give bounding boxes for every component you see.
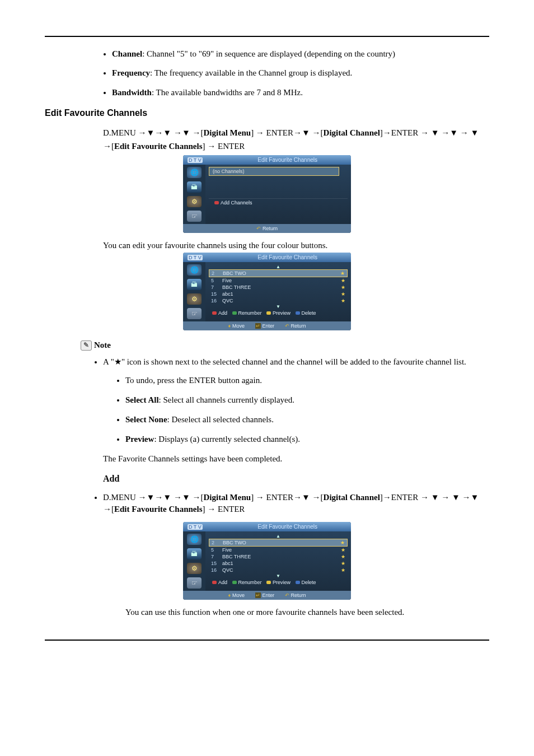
- star-icon: ★: [341, 547, 345, 553]
- globe-icon: 🌐: [187, 534, 202, 545]
- osd-no-channels: (no Channels): [209, 167, 339, 176]
- note-item: A "★" icon is shown next to the selected…: [103, 356, 489, 465]
- bandwidth-text: : The available bandwidths are 7 and 8 M…: [152, 88, 303, 97]
- green-dot-icon: [232, 311, 237, 315]
- star-icon: ★: [340, 270, 345, 276]
- star-icon: ★: [341, 567, 345, 573]
- picture-icon: 🏔: [187, 548, 202, 559]
- blue-dot-icon: [296, 311, 300, 315]
- intro-list: Channel: Channel "5" to "69" in sequence…: [112, 48, 489, 98]
- up-arrow-icon: ▲: [209, 264, 348, 269]
- note-icon: ✎: [81, 340, 92, 351]
- osd-return: Return: [285, 323, 306, 329]
- green-dot-icon: [232, 581, 237, 584]
- frequency-text: : The frequency available in the Channel…: [150, 68, 352, 77]
- osd-title-text: Edit Favourite Channels: [257, 524, 317, 530]
- bandwidth-label: Bandwidth: [112, 88, 152, 97]
- channel-row: 7BBC THREE★: [209, 284, 348, 291]
- star-icon: ★: [341, 284, 345, 290]
- intro-frequency: Frequency: The frequency available in th…: [112, 67, 489, 78]
- channel-row: 15abc1★: [209, 291, 348, 297]
- up-arrow-icon: ▲: [209, 534, 348, 539]
- channel-row: 2BBC TWO★: [209, 269, 348, 277]
- osd-dtv-badge: D T V: [188, 255, 203, 260]
- yellow-dot-icon: [266, 311, 271, 315]
- note-sub-item: Select None: Deselect all selected chann…: [125, 414, 489, 426]
- star-icon: ★: [341, 278, 345, 283]
- channel-row: 2BBC TWO★: [209, 539, 348, 547]
- channel-row: 16QVC★: [209, 567, 348, 573]
- nav-path-2: D.MENU →▼→▼ →▼ →[Digital Menu] → ENTER→▼…: [103, 492, 489, 515]
- gear-icon: ⚙: [187, 196, 202, 207]
- channel-row: 5Five★: [209, 277, 348, 284]
- add-nav-list: D.MENU →▼→▼ →▼ →[Digital Menu] → ENTER→▼…: [103, 492, 489, 515]
- note-heading: ✎ Note: [81, 340, 489, 351]
- yellow-dot-icon: [266, 581, 271, 584]
- osd-dtv-badge: D T V: [188, 524, 203, 530]
- footer-text: You can use this function when one or mo…: [125, 608, 489, 617]
- gear-icon: ⚙: [187, 293, 202, 305]
- osd-return: Return: [285, 592, 306, 598]
- picture-icon: 🏔: [187, 279, 202, 290]
- channel-list: 2BBC TWO★ 5Five★ 7BBC THREE★ 15abc1★ 16Q…: [209, 539, 348, 573]
- channel-row: 7BBC THREE★: [209, 553, 348, 560]
- add-heading: Add: [103, 474, 489, 484]
- red-dot-icon: [214, 201, 219, 204]
- globe-icon: 🌐: [187, 264, 202, 276]
- channel-row: 15abc1★: [209, 560, 348, 567]
- note-sub-item: To undo, press the ENTER button again.: [125, 375, 489, 386]
- frequency-label: Frequency: [112, 68, 150, 77]
- gear-icon: ⚙: [187, 563, 202, 574]
- osd-move: Move: [228, 323, 245, 329]
- star-icon: ★: [341, 561, 345, 566]
- note-label: Note: [94, 340, 111, 350]
- osd-screenshot-1: D T V Edit Favourite Channels 🌐 🏔 ⚙ ☞ (n…: [183, 155, 351, 233]
- osd-title-text: Edit Favourite Channels: [257, 157, 317, 163]
- star-icon: ★: [341, 298, 345, 304]
- red-dot-icon: [212, 311, 217, 315]
- channel-label: Channel: [112, 49, 142, 58]
- picture-icon: 🏔: [187, 181, 202, 193]
- note-sub-item: Select All: Select all channels currentl…: [125, 394, 489, 406]
- osd-enter: Enter: [255, 323, 275, 329]
- blue-dot-icon: [296, 581, 300, 584]
- channel-row: 5Five★: [209, 547, 348, 553]
- intro-bandwidth: Bandwidth: The available bandwidths are …: [112, 87, 489, 98]
- red-dot-icon: [212, 581, 217, 584]
- star-icon: ★: [341, 554, 345, 559]
- osd-add-channels: Add Channels: [221, 200, 252, 206]
- down-arrow-icon: ▼: [209, 573, 348, 578]
- osd-screenshot-2: D T V Edit Favourite Channels 🌐 🏔 ⚙ ☞ ▲ …: [183, 253, 351, 330]
- globe-icon: 🌐: [187, 167, 202, 178]
- osd-dtv-badge: D T V: [188, 157, 203, 163]
- star-icon: ★: [341, 291, 345, 297]
- osd-return: Return: [256, 226, 278, 231]
- star-icon: ★: [114, 357, 121, 366]
- hand-icon: ☞: [187, 308, 202, 319]
- intro-channel: Channel: Channel "5" to "69" in sequence…: [112, 48, 489, 59]
- body-text-1: You can edit your favourite channels usi…: [103, 241, 489, 250]
- down-arrow-icon: ▼: [209, 304, 348, 309]
- osd-screenshot-3: D T V Edit Favourite Channels 🌐 🏔 ⚙ ☞ ▲ …: [183, 522, 351, 600]
- osd-enter: Enter: [255, 592, 275, 598]
- star-icon: ★: [340, 540, 345, 545]
- osd-title-text: Edit Favourite Channels: [257, 254, 317, 260]
- channel-list: 2BBC TWO★ 5Five★ 7BBC THREE★ 15abc1★ 16Q…: [209, 269, 348, 304]
- channel-row: 16QVC★: [209, 297, 348, 304]
- osd-move: Move: [228, 592, 245, 598]
- hand-icon: ☞: [187, 211, 202, 222]
- section-heading: Edit Favourite Channels: [45, 108, 489, 118]
- channel-text: : Channel "5" to "69" in sequence are di…: [142, 49, 395, 58]
- hand-icon: ☞: [187, 577, 202, 589]
- nav-path-1: D.MENU →▼→▼ →▼ →[Digital Menu] → ENTER→▼…: [103, 126, 489, 153]
- note-done: The Favorite Channels settings have been…: [103, 453, 489, 465]
- note-sub-item: Preview: Displays (a) currently selected…: [125, 433, 489, 445]
- note-list: A "★" icon is shown next to the selected…: [103, 356, 489, 465]
